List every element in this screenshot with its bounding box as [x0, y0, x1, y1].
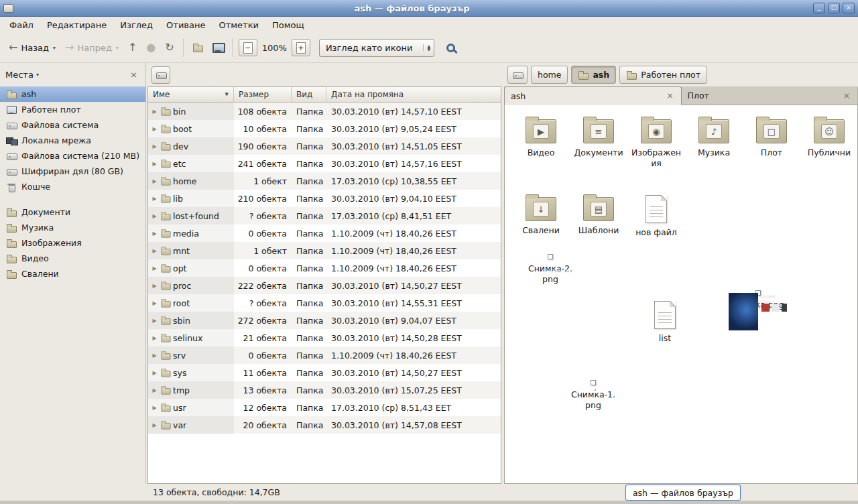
file-item-new-file[interactable]: нов файл — [628, 194, 684, 238]
sidebar-item[interactable]: Локална мрежа — [0, 133, 145, 148]
search-button[interactable] — [441, 40, 461, 56]
expander-icon[interactable] — [151, 161, 158, 167]
folder-item[interactable]: ◉ Изображения — [628, 116, 684, 168]
table-row[interactable]: root ? обекта Папка 30.03.2010 (вт) 14,5… — [148, 294, 501, 312]
expander-icon[interactable] — [151, 213, 158, 219]
sidebar-item[interactable]: Файлова система — [0, 117, 145, 133]
folder-item-downloads[interactable]: ↓ Свалени — [513, 194, 569, 238]
sidebar-item[interactable]: Файлова система (210 MB) — [0, 148, 145, 164]
back-button[interactable]: ← Назад ▾ — [4, 39, 60, 57]
sidebar-item[interactable]: Кошче — [0, 179, 145, 194]
table-row[interactable]: etc 241 обекта Папка 30.03.2010 (вт) 14,… — [148, 155, 501, 172]
sidebar-item[interactable]: ash — [0, 86, 145, 102]
minimize-button[interactable]: _ — [813, 3, 825, 13]
table-row[interactable]: lost+found ? обекта Папка 17.03.2010 (ср… — [148, 207, 501, 225]
expander-icon[interactable] — [151, 370, 158, 376]
chevron-down-icon[interactable]: ▾ — [53, 45, 56, 51]
expander-icon[interactable] — [151, 300, 158, 306]
table-row[interactable]: sys 11 обекта Папка 30.03.2010 (вт) 14,5… — [148, 364, 501, 381]
folder-item[interactable]: ≡ Документи — [570, 116, 627, 168]
column-header-size[interactable]: Размер — [234, 87, 292, 103]
expander-icon[interactable] — [151, 283, 158, 289]
table-row[interactable]: bin 108 обекта Папка 30.03.2010 (вт) 14,… — [148, 103, 501, 120]
folder-item[interactable]: ♪ Музика — [686, 116, 742, 168]
table-row[interactable]: srv 0 обекта Папка 1.10.2009 (чт) 18,40,… — [148, 346, 501, 364]
expander-icon[interactable] — [151, 387, 158, 393]
column-header-type[interactable]: Вид — [292, 87, 326, 103]
tab-ash[interactable]: ash × — [504, 86, 682, 105]
expander-icon[interactable] — [151, 126, 158, 132]
tab-plot[interactable]: Плот × — [682, 86, 858, 105]
file-item-list[interactable]: list — [641, 300, 688, 344]
table-row[interactable]: dev 190 обекта Папка 30.03.2010 (вт) 14,… — [148, 137, 501, 155]
table-row[interactable]: sbin 272 обекта Папка 30.03.2010 (вт) 9,… — [148, 312, 501, 329]
up-button[interactable]: ↑ — [123, 39, 141, 56]
chevron-down-icon[interactable]: ▾ — [36, 72, 39, 78]
view-mode-select[interactable]: Изглед като икони ▲ ▼ — [319, 39, 434, 57]
computer-button[interactable] — [208, 38, 228, 57]
sidebar-item[interactable]: Музика — [0, 220, 145, 235]
expander-icon[interactable] — [151, 143, 158, 149]
expander-icon[interactable] — [151, 265, 158, 271]
title-bar[interactable]: ash — файлов браузър _ □ × — [0, 0, 858, 17]
folder-item[interactable]: ▶ Видео — [513, 116, 569, 168]
crumb-ash[interactable]: ash — [571, 66, 616, 84]
forward-button[interactable]: → Напред ▾ — [60, 39, 123, 57]
menu-item[interactable]: Изглед — [113, 18, 160, 32]
expander-icon[interactable] — [151, 405, 158, 411]
crumb-home[interactable]: home — [531, 66, 568, 84]
table-row[interactable]: boot 10 обекта Папка 30.03.2010 (вт) 9,0… — [148, 120, 501, 137]
folder-item[interactable]: □ Плот — [743, 116, 800, 168]
tab-close-icon[interactable]: × — [665, 91, 674, 101]
table-row[interactable]: home 1 обект Папка 17.03.2010 (ср) 10,38… — [148, 172, 501, 190]
expander-icon[interactable] — [151, 196, 158, 202]
close-button[interactable]: × — [843, 3, 855, 13]
stop-button[interactable]: ● — [141, 39, 160, 56]
expander-icon[interactable] — [151, 353, 158, 359]
crumb-desktop[interactable]: Работен плот — [619, 66, 707, 84]
expander-icon[interactable] — [151, 109, 158, 115]
table-row[interactable]: opt 0 обекта Папка 1.10.2009 (чт) 18,40,… — [148, 259, 501, 277]
sidebar-item[interactable]: Свалени — [0, 266, 145, 281]
sidebar-item[interactable]: Видео — [0, 251, 145, 266]
sidebar-close-icon[interactable]: × — [127, 70, 140, 80]
sidebar-item[interactable]: Документи — [0, 204, 145, 220]
column-header-name[interactable]: Име ▼ — [148, 87, 234, 103]
table-row[interactable]: var 20 обекта Папка 30.03.2010 (вт) 14,5… — [148, 416, 501, 434]
column-header-date[interactable]: Дата на промяна — [326, 87, 501, 103]
sidebar-item[interactable]: Работен плот — [0, 102, 145, 117]
file-item-snimka2[interactable]: GUADEC Снимка-2.png — [513, 254, 588, 284]
table-row[interactable]: selinux 21 обекта Папка 30.03.2010 (вт) … — [148, 329, 501, 346]
file-item-snimka1[interactable]: Снимка-1.png — [554, 380, 632, 410]
sidebar-item[interactable]: Шифриран дял (80 GB) — [0, 164, 145, 179]
menu-item[interactable]: Отиване — [160, 18, 212, 32]
taskbar-window-button[interactable]: ash — файлов браузър — [625, 485, 741, 501]
folder-item[interactable]: ☺ Публични — [801, 116, 857, 168]
zoom-out-button[interactable]: − — [239, 39, 257, 56]
menu-item[interactable]: Отметки — [212, 18, 265, 32]
sidebar-item[interactable]: Изображения — [0, 235, 145, 251]
folder-item-templates[interactable]: ▤ Шаблони — [570, 194, 627, 238]
expander-icon[interactable] — [151, 422, 158, 428]
file-item-snimka[interactable]: GNOME Store Снимка.png — [719, 290, 797, 310]
expander-icon[interactable] — [151, 248, 158, 254]
expander-icon[interactable] — [151, 318, 158, 324]
icon-view[interactable]: ▶ Видео ≡ Документи ◉ Изображения ♪ Музи… — [504, 105, 858, 484]
tab-close-icon[interactable]: × — [842, 91, 851, 101]
table-row[interactable]: mnt 1 обект Папка 1.10.2009 (чт) 18,40,2… — [148, 242, 501, 259]
sidebar-title[interactable]: Места — [5, 70, 34, 80]
expander-icon[interactable] — [151, 231, 158, 237]
location-button[interactable] — [151, 66, 170, 84]
root-crumb-button[interactable] — [507, 66, 528, 84]
expander-icon[interactable] — [151, 335, 158, 341]
table-row[interactable]: proc 222 обекта Папка 30.03.2010 (вт) 14… — [148, 277, 501, 294]
reload-button[interactable]: ↻ — [160, 39, 178, 56]
home-button[interactable] — [188, 38, 208, 57]
menu-item[interactable]: Редактиране — [40, 18, 113, 32]
expander-icon[interactable] — [151, 178, 158, 184]
table-row[interactable]: usr 12 обекта Папка 17.03.2010 (ср) 8,51… — [148, 399, 501, 416]
table-row[interactable]: media 0 обекта Папка 1.10.2009 (чт) 18,4… — [148, 225, 501, 242]
menu-item[interactable]: Помощ — [265, 18, 311, 32]
menu-item[interactable]: Файл — [3, 18, 40, 32]
table-row[interactable]: lib 210 обекта Папка 30.03.2010 (вт) 9,0… — [148, 190, 501, 207]
